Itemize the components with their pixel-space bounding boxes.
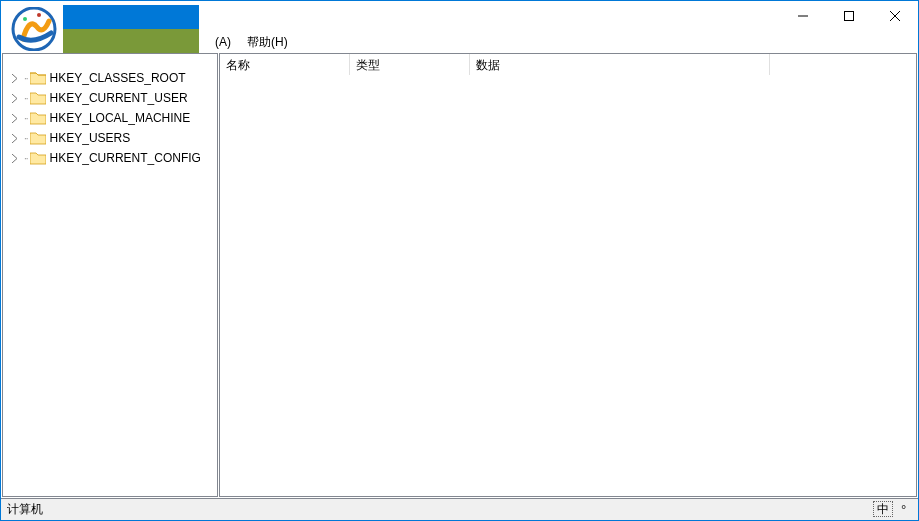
tree-item-label: HKEY_USERS bbox=[50, 131, 131, 145]
expand-icon[interactable] bbox=[9, 113, 20, 124]
folder-icon bbox=[30, 111, 46, 125]
menu-favorites-suffix[interactable]: (A) bbox=[207, 33, 239, 51]
list-body[interactable] bbox=[220, 76, 916, 496]
expand-icon[interactable] bbox=[9, 153, 20, 164]
tree-item-hklm[interactable]: ·· HKEY_LOCAL_MACHINE bbox=[3, 108, 217, 128]
tree-connector-icon: ·· bbox=[24, 133, 28, 144]
column-type[interactable]: 类型 bbox=[350, 54, 470, 75]
folder-icon bbox=[30, 151, 46, 165]
tree-connector-icon: ·· bbox=[24, 73, 28, 84]
svg-rect-1 bbox=[845, 12, 854, 21]
folder-icon bbox=[30, 131, 46, 145]
ime-indicator[interactable]: 中 ° bbox=[873, 501, 906, 517]
list-header: 名称 类型 数据 bbox=[220, 54, 916, 76]
logo-redaction-bars bbox=[63, 5, 199, 53]
svg-point-4 bbox=[13, 8, 55, 50]
svg-point-5 bbox=[23, 17, 27, 21]
svg-point-6 bbox=[37, 13, 41, 17]
folder-icon bbox=[30, 91, 46, 105]
tree-item-label: HKEY_LOCAL_MACHINE bbox=[50, 111, 191, 125]
column-name[interactable]: 名称 bbox=[220, 54, 350, 75]
tree-connector-icon: ·· bbox=[24, 93, 28, 104]
tree-item-label: HKEY_CURRENT_USER bbox=[50, 91, 188, 105]
logo-overlay bbox=[5, 5, 199, 53]
close-button[interactable] bbox=[872, 1, 918, 31]
tree-connector-icon: ·· bbox=[24, 113, 28, 124]
minimize-button[interactable] bbox=[780, 1, 826, 31]
expand-icon[interactable] bbox=[9, 73, 20, 84]
expand-icon[interactable] bbox=[9, 93, 20, 104]
tree-connector-icon: ·· bbox=[24, 153, 28, 164]
registry-editor-window: (A) 帮助(H) ·· HKEY_CLASSES_ROOT bbox=[0, 0, 919, 521]
tree-item-label: HKEY_CURRENT_CONFIG bbox=[50, 151, 201, 165]
tree-item-hkcu[interactable]: ·· HKEY_CURRENT_USER bbox=[3, 88, 217, 108]
folder-icon bbox=[30, 71, 46, 85]
ime-mode[interactable]: 中 bbox=[873, 501, 893, 517]
tree-pane[interactable]: ·· HKEY_CLASSES_ROOT ·· HKEY_CURRENT_USE… bbox=[2, 53, 218, 497]
client-area: ·· HKEY_CLASSES_ROOT ·· HKEY_CURRENT_USE… bbox=[1, 53, 918, 498]
ime-punct[interactable]: ° bbox=[901, 502, 906, 517]
maximize-button[interactable] bbox=[826, 1, 872, 31]
status-path: 计算机 bbox=[1, 499, 49, 520]
list-pane[interactable]: 名称 类型 数据 bbox=[219, 53, 917, 497]
tree-item-label: HKEY_CLASSES_ROOT bbox=[50, 71, 186, 85]
column-data[interactable]: 数据 bbox=[470, 54, 770, 75]
tree-item-hku[interactable]: ·· HKEY_USERS bbox=[3, 128, 217, 148]
expand-icon[interactable] bbox=[9, 133, 20, 144]
logo-icon bbox=[5, 5, 63, 53]
tree-item-hkcr[interactable]: ·· HKEY_CLASSES_ROOT bbox=[3, 68, 217, 88]
statusbar: 计算机 中 ° bbox=[1, 498, 918, 520]
menu-help[interactable]: 帮助(H) bbox=[239, 32, 296, 53]
tree-item-hkcc[interactable]: ·· HKEY_CURRENT_CONFIG bbox=[3, 148, 217, 168]
